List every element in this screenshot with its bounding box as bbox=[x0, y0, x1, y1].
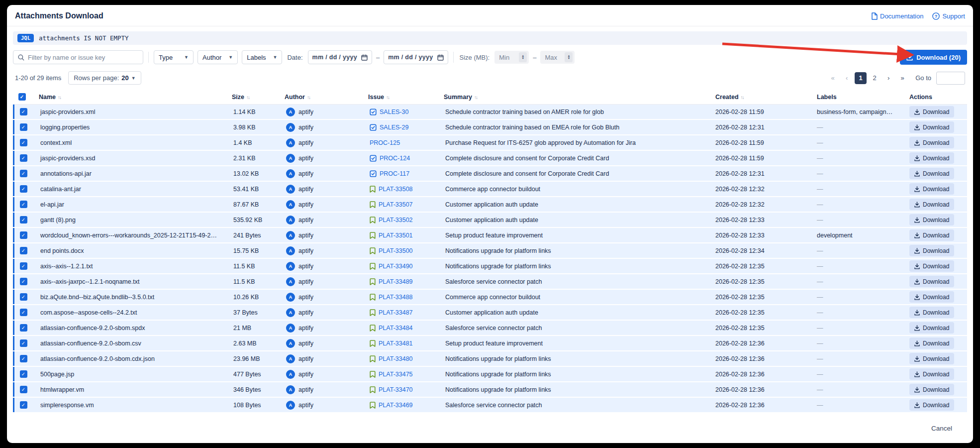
issue-link[interactable]: PLAT-33470 bbox=[379, 386, 413, 393]
column-header-created[interactable]: Created↑↓ bbox=[707, 94, 809, 101]
rows-per-page-dropdown[interactable]: Rows per page: 20 ▼ bbox=[68, 71, 141, 85]
issue-summary: Complete disclosure and consent for Corp… bbox=[437, 170, 707, 177]
issue-link[interactable]: PLAT-33469 bbox=[379, 402, 413, 409]
issue-link[interactable]: PLAT-33475 bbox=[379, 371, 413, 378]
issue-link[interactable]: PROC-124 bbox=[380, 155, 410, 162]
documentation-link[interactable]: Documentation bbox=[871, 12, 923, 20]
row-checkbox[interactable]: ✓ bbox=[14, 386, 32, 393]
labels-cell: development bbox=[809, 232, 901, 239]
row-download-button[interactable]: Download bbox=[909, 276, 954, 287]
attachment-name: biz.aQute.bnd--biz.aQute.bndlib--3.5.0.t… bbox=[32, 294, 225, 301]
author-dropdown[interactable]: Author ▼ bbox=[197, 50, 238, 64]
row-download-button[interactable]: Download bbox=[909, 199, 954, 210]
issue-link[interactable]: PLAT-33484 bbox=[379, 325, 413, 332]
page-button-2[interactable]: 2 bbox=[869, 72, 881, 84]
row-checkbox[interactable]: ✓ bbox=[14, 324, 32, 332]
row-checkbox[interactable]: ✓ bbox=[14, 154, 32, 162]
row-download-button[interactable]: Download bbox=[909, 152, 954, 164]
row-checkbox[interactable]: ✓ bbox=[14, 339, 32, 347]
row-download-button[interactable]: Download bbox=[909, 399, 954, 411]
issue-link[interactable]: PLAT-33507 bbox=[379, 201, 413, 208]
row-download-button[interactable]: Download bbox=[909, 353, 954, 364]
download-selected-button[interactable]: Download (20) bbox=[900, 50, 967, 65]
row-checkbox[interactable]: ✓ bbox=[14, 108, 32, 115]
stepper-icon[interactable]: ▲▼ bbox=[565, 52, 573, 62]
issue-link[interactable]: PLAT-33508 bbox=[379, 186, 413, 193]
date-from-input[interactable]: mm / dd / yyyy bbox=[308, 50, 372, 64]
row-download-button[interactable]: Download bbox=[909, 245, 954, 256]
filter-search-field[interactable] bbox=[28, 54, 138, 61]
issue-cell: PLAT-33484 bbox=[362, 325, 437, 332]
row-download-button[interactable]: Download bbox=[909, 121, 954, 133]
next-page-button[interactable]: › bbox=[882, 72, 894, 84]
row-download-button[interactable]: Download bbox=[909, 214, 954, 225]
issue-link[interactable]: PROC-125 bbox=[370, 139, 400, 146]
created-timestamp: 2026-02-28 12:35 bbox=[707, 263, 809, 270]
row-checkbox[interactable]: ✓ bbox=[14, 355, 32, 362]
row-download-button[interactable]: Download bbox=[909, 307, 954, 318]
issue-link[interactable]: SALES-30 bbox=[380, 109, 408, 115]
row-checkbox[interactable]: ✓ bbox=[14, 293, 32, 301]
row-checkbox[interactable]: ✓ bbox=[14, 216, 32, 224]
issue-link[interactable]: PLAT-33500 bbox=[379, 247, 413, 254]
prev-page-button[interactable]: ‹ bbox=[841, 72, 853, 84]
issue-link[interactable]: PLAT-33489 bbox=[379, 278, 413, 285]
column-header-name[interactable]: Name↑↓ bbox=[31, 94, 224, 101]
column-header-summary[interactable]: Summary↑↓ bbox=[436, 94, 707, 101]
page-button-1[interactable]: 1 bbox=[855, 72, 867, 84]
type-dropdown[interactable]: Type ▼ bbox=[154, 50, 194, 64]
row-checkbox[interactable]: ✓ bbox=[14, 185, 32, 193]
column-header-author[interactable]: Author↑↓ bbox=[277, 94, 360, 101]
search-input[interactable] bbox=[13, 50, 143, 64]
attachment-author: Aaptify bbox=[278, 231, 362, 240]
row-checkbox[interactable]: ✓ bbox=[14, 247, 32, 254]
row-checkbox[interactable]: ✓ bbox=[14, 231, 32, 239]
issue-link[interactable]: PROC-117 bbox=[380, 170, 409, 177]
last-page-button[interactable]: » bbox=[896, 72, 908, 84]
row-checkbox[interactable]: ✓ bbox=[14, 309, 32, 316]
row-checkbox[interactable]: ✓ bbox=[14, 201, 32, 208]
row-download-button[interactable]: Download bbox=[909, 337, 954, 349]
row-download-button[interactable]: Download bbox=[909, 106, 954, 117]
row-download-button[interactable]: Download bbox=[909, 322, 954, 334]
row-download-button[interactable]: Download bbox=[909, 384, 954, 395]
row-download-button[interactable]: Download bbox=[909, 183, 954, 195]
table-body: ✓jaspic-providers.xml1.14 KBAaptifySALES… bbox=[13, 105, 967, 412]
row-checkbox[interactable]: ✓ bbox=[14, 278, 32, 285]
labels-dropdown[interactable]: Labels ▼ bbox=[242, 50, 282, 64]
row-download-button[interactable]: Download bbox=[909, 229, 954, 241]
row-checkbox[interactable]: ✓ bbox=[14, 401, 32, 409]
issue-link[interactable]: PLAT-33488 bbox=[379, 294, 413, 301]
issue-link[interactable]: PLAT-33501 bbox=[379, 232, 413, 239]
goto-page-input[interactable] bbox=[936, 72, 965, 85]
issue-link[interactable]: PLAT-33487 bbox=[379, 309, 413, 316]
column-header-size[interactable]: Size↑↓ bbox=[224, 94, 277, 101]
select-all-checkbox[interactable]: ✓ bbox=[13, 93, 31, 101]
attachment-size: 21 MB bbox=[225, 325, 278, 332]
size-min-input[interactable]: Min ▲▼ bbox=[494, 51, 529, 64]
row-download-button[interactable]: Download bbox=[909, 368, 954, 380]
column-header-issue[interactable]: Issue↑↓ bbox=[360, 94, 436, 101]
date-to-input[interactable]: mm / dd / yyyy bbox=[384, 50, 448, 64]
cancel-button[interactable]: Cancel bbox=[926, 422, 957, 435]
row-download-button[interactable]: Download bbox=[909, 291, 954, 303]
first-page-button[interactable]: « bbox=[827, 72, 839, 84]
row-download-button[interactable]: Download bbox=[909, 137, 954, 148]
row-checkbox[interactable]: ✓ bbox=[14, 139, 32, 146]
support-link[interactable]: ? Support bbox=[932, 12, 965, 20]
issue-link[interactable]: PLAT-33480 bbox=[379, 355, 413, 362]
row-checkbox[interactable]: ✓ bbox=[14, 123, 32, 131]
issue-link[interactable]: SALES-29 bbox=[380, 124, 408, 131]
issue-link[interactable]: PLAT-33481 bbox=[379, 340, 413, 347]
row-checkbox[interactable]: ✓ bbox=[14, 170, 32, 177]
issue-link[interactable]: PLAT-33502 bbox=[379, 217, 413, 224]
size-max-input[interactable]: Max ▲▼ bbox=[540, 51, 575, 64]
issue-link[interactable]: PLAT-33490 bbox=[379, 263, 413, 270]
row-checkbox[interactable]: ✓ bbox=[14, 262, 32, 270]
stepper-icon[interactable]: ▲▼ bbox=[519, 52, 527, 62]
download-icon bbox=[914, 279, 920, 285]
row-download-button[interactable]: Download bbox=[909, 260, 954, 272]
row-checkbox[interactable]: ✓ bbox=[14, 370, 32, 378]
row-download-button[interactable]: Download bbox=[909, 168, 954, 179]
sort-icon: ↑↓ bbox=[386, 95, 389, 100]
